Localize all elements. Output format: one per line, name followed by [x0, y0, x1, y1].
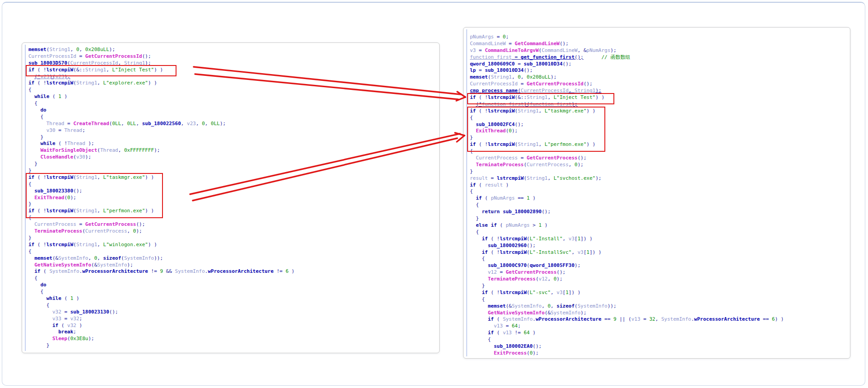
highlight-box-taskmgr-perfmon-left [26, 173, 163, 218]
panel-gutter-right [466, 29, 467, 356]
highlight-box-inject-test-right [467, 93, 614, 104]
code-panel-right: pNumArgs = 0;CommandLineW = GetCommandLi… [463, 27, 850, 359]
highlight-box-inject-test-left [26, 65, 176, 76]
page-frame: memset(String1, 0, 0x208uLL);CurrentProc… [2, 2, 865, 386]
decompiler-code-right: pNumArgs = 0;CommandLineW = GetCommandLi… [470, 34, 849, 357]
code-panel-left: memset(String1, 0, 0x208uLL);CurrentProc… [22, 42, 440, 353]
highlight-box-taskmgr-perfmon-right [467, 107, 605, 152]
